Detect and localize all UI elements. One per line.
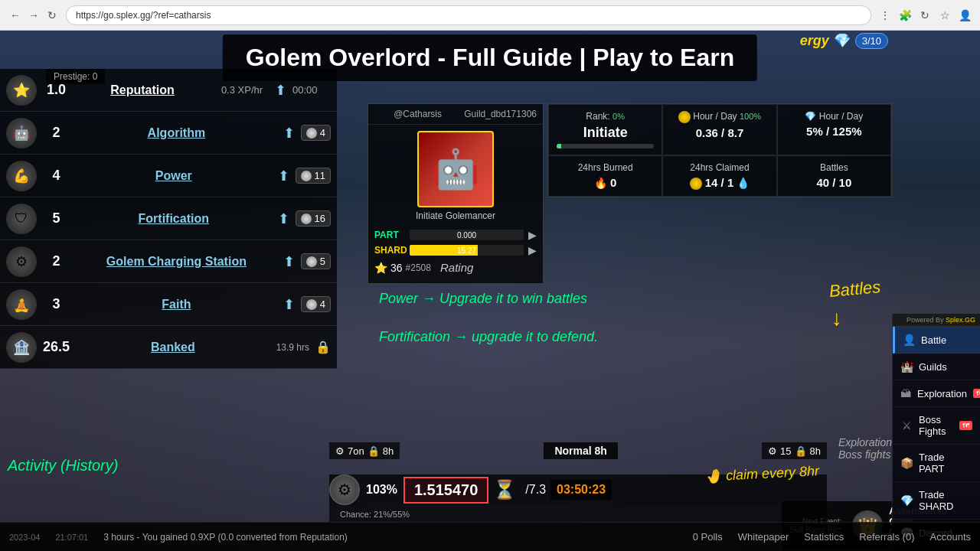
- chance-text: Chance: 21%/55%: [335, 508, 414, 520]
- skill-row-banked[interactable]: 🏦 26.5 Banked 13.9 hrs 🔒: [0, 326, 337, 369]
- char-panel-header: @Catharsis Guild_dbd171306: [368, 104, 543, 125]
- golem-name: Golem Charging Station: [76, 255, 277, 269]
- skill-row-algorithm[interactable]: 🤖 2 Algorithm ⬆ 4: [0, 112, 337, 155]
- battle-chance: Chance: 21%/55%: [329, 505, 827, 522]
- battle-time: 03:50:23: [550, 480, 612, 500]
- stat-hour-day-val2: 5% / 125%: [786, 125, 883, 138]
- reputation-upgrade-icon[interactable]: ⬆: [275, 82, 286, 99]
- menu-item-trade-shard[interactable]: 💎 Trade SHARD: [893, 482, 980, 520]
- stat-battles-val: 40 / 10: [786, 176, 883, 189]
- drop-icon: 💧: [737, 177, 750, 189]
- right-annotations: Exploration Boss fights: [838, 436, 892, 461]
- menu-item-battle[interactable]: 👤 Battle: [893, 327, 980, 354]
- energy-count[interactable]: 3/10: [855, 33, 888, 49]
- part-bar-row: PART 0.000 ▶: [368, 227, 543, 243]
- part-label: PART: [374, 230, 405, 240]
- coin-silver-icon5: [306, 299, 317, 310]
- banked-name: Banked: [76, 341, 270, 354]
- battle-main-area: ⚙ 103% 1.515470 ⏳ /7.3 03:50:23 Chance: …: [329, 438, 827, 522]
- bookmark-icon[interactable]: ☆: [937, 8, 952, 23]
- reputation-icon: ⭐: [6, 75, 37, 106]
- faith-name: Faith: [76, 298, 277, 311]
- coin-silver-icon2: [301, 171, 312, 181]
- trade-part-menu-icon: 📦: [900, 457, 913, 469]
- banked-icon: 🏦: [6, 332, 37, 363]
- golem-icon: ⚙: [6, 246, 37, 277]
- part-bar-text: 0.000: [457, 231, 476, 240]
- bottom-statistics[interactable]: Statistics: [804, 531, 844, 543]
- battle-row: ⚙ 103% 1.515470 ⏳ /7.3 03:50:23: [329, 474, 827, 505]
- prestige-text: Prestige: 0: [54, 71, 97, 82]
- power-level: 4: [43, 168, 70, 184]
- fortification-level: 5: [43, 210, 70, 227]
- prestige-bar: Prestige: 0: [46, 69, 105, 84]
- stat-rank-label: Rank: 0%: [557, 111, 654, 122]
- faith-upgrade-icon[interactable]: ⬆: [283, 296, 295, 313]
- algorithm-level: 2: [43, 125, 70, 141]
- golem-upgrade-icon[interactable]: ⬆: [283, 253, 295, 270]
- back-button[interactable]: ←: [8, 8, 23, 23]
- char-username: @Catharsis: [374, 109, 461, 119]
- browser-bar: ← → ↻ https://go.splex.gg/?ref=catharsis…: [0, 0, 980, 31]
- right-menu: Powered By Splex.GG 👤 Battle 🏰 Guilds 🏔 …: [892, 314, 980, 551]
- refresh-button[interactable]: ↻: [44, 8, 60, 23]
- rating-rank: #2508: [406, 262, 431, 273]
- gold-coin-icon: [678, 111, 691, 123]
- extensions-icon[interactable]: 🧩: [897, 8, 913, 23]
- battle-gear-icon: ⚙: [329, 474, 360, 505]
- bottom-accounts[interactable]: Accounts: [930, 531, 971, 543]
- reputation-xp-rate: 0.3 XP/hr: [215, 84, 269, 96]
- golem-level: 2: [43, 253, 70, 269]
- power-icon: 💪: [6, 161, 37, 191]
- algorithm-upgrade-icon[interactable]: ⬆: [283, 125, 295, 142]
- battle-score: /7.3: [521, 483, 550, 497]
- shard-bar-track: 15.27: [410, 245, 524, 256]
- banked-level: 26.5: [43, 339, 70, 355]
- menu-item-exploration[interactable]: 🏔 Exploration 🗺: [893, 380, 980, 407]
- menu-item-guilds[interactable]: 🏰 Guilds: [893, 354, 980, 380]
- faith-icon: 🧘: [6, 289, 37, 320]
- bottom-timestamp: 2023-04: [9, 533, 40, 542]
- battle-menu-icon: 👤: [903, 334, 915, 346]
- char-guild: Guild_dbd171306: [464, 109, 537, 119]
- bottom-polls[interactable]: 0 Polls: [693, 531, 723, 543]
- stat-burned-label: 24hrs Burned: [557, 162, 654, 173]
- stat-rank: Rank: 0% Initiate: [548, 104, 662, 155]
- profile-icon[interactable]: 👤: [957, 8, 972, 23]
- main-title: Golem Overlord - Full Guide | Play to Ea…: [223, 34, 757, 81]
- exploration-badge: 🗺: [973, 389, 980, 398]
- stat-hour-day-val1: 0.36 / 8.7: [671, 126, 768, 139]
- power-upgrade-icon[interactable]: ⬆: [278, 168, 289, 184]
- diamond-icon: 💎: [834, 32, 851, 49]
- part-bar-track: 0.000: [410, 230, 524, 240]
- skill-row-fortification[interactable]: 🛡 5 Fortification ⬆ 16: [0, 197, 337, 240]
- menu-item-trade-part[interactable]: 📦 Trade PART: [893, 445, 980, 482]
- rating-star-icon: ⭐: [374, 262, 387, 274]
- trade-part-menu-label: Trade PART: [919, 452, 972, 474]
- stat-burned-val: 🔥 0: [557, 176, 654, 189]
- skill-row-power[interactable]: 💪 4 Power ⬆ 11: [0, 155, 337, 197]
- stat-claimed: 24hrs Claimed 14 / 1 💧: [662, 155, 776, 197]
- trade-shard-menu-icon: 💎: [900, 494, 913, 507]
- bottom-referrals[interactable]: Referrals (0): [859, 531, 914, 543]
- skill-row-golem[interactable]: ⚙ 2 Golem Charging Station ⬆ 5: [0, 240, 337, 283]
- refresh-page-icon[interactable]: ↻: [917, 8, 933, 23]
- stat-hour-day-label2: 💎 Hour / Day: [786, 111, 883, 122]
- coin-silver-icon3: [301, 214, 312, 224]
- skill-row-faith[interactable]: 🧘 3 Faith ⬆ 4: [0, 283, 337, 326]
- bottom-whitepaper[interactable]: Whitepaper: [738, 531, 789, 543]
- settings-icon[interactable]: ⋮: [877, 8, 893, 23]
- char-label: Initiate Golemancer: [416, 210, 495, 221]
- fortification-upgrade-icon[interactable]: ⬆: [278, 210, 289, 227]
- menu-item-boss-fights[interactable]: ⚔ Boss Fights 🗺: [893, 407, 980, 445]
- forward-button[interactable]: →: [26, 8, 41, 23]
- power-name: Power: [76, 169, 272, 183]
- boss-fights-menu-icon: ⚔: [900, 419, 913, 432]
- reputation-name: Reputation: [76, 83, 209, 97]
- boss-fights-badge: 🗺: [959, 421, 972, 430]
- golem-coins: 5: [301, 253, 331, 269]
- skills-panel: ⭐ 1.0 Reputation 0.3 XP/hr ⬆ 00:00 🤖 2 A…: [0, 69, 337, 369]
- stat-claimed-label: 24hrs Claimed: [671, 162, 768, 173]
- address-bar[interactable]: https://go.splex.gg/?ref=catharsis: [66, 5, 871, 25]
- bottom-time2: 21:07:01: [55, 533, 88, 542]
